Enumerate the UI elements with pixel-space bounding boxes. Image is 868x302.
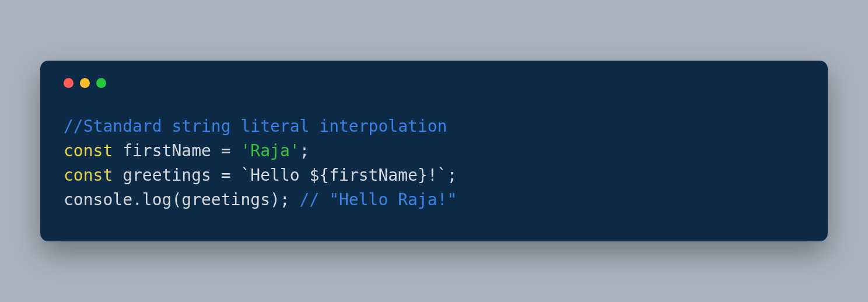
code-call: console.log(greetings); (64, 190, 300, 209)
code-string: 'Raja' (240, 141, 299, 160)
code-identifier: greetings (123, 166, 221, 185)
code-template-literal: `Hello ${firstName}!` (240, 166, 447, 185)
code-punct: ; (300, 141, 310, 160)
code-keyword: const (64, 141, 113, 160)
code-comment: //Standard string literal interpolation (64, 117, 447, 136)
code-comment: // "Hello Raja!" (300, 190, 457, 209)
window-controls (64, 78, 804, 88)
maximize-icon[interactable] (96, 78, 106, 88)
code-text (113, 166, 123, 185)
code-identifier: firstName (123, 141, 221, 160)
minimize-icon[interactable] (80, 78, 90, 88)
code-text (231, 166, 241, 185)
code-text (113, 141, 123, 160)
code-operator: = (221, 166, 231, 185)
code-keyword: const (64, 166, 113, 185)
code-content: //Standard string literal interpolation … (64, 114, 804, 212)
close-icon[interactable] (64, 78, 74, 88)
code-text (231, 141, 241, 160)
code-operator: = (221, 141, 231, 160)
code-punct: ; (447, 166, 457, 185)
code-window: //Standard string literal interpolation … (40, 61, 828, 241)
